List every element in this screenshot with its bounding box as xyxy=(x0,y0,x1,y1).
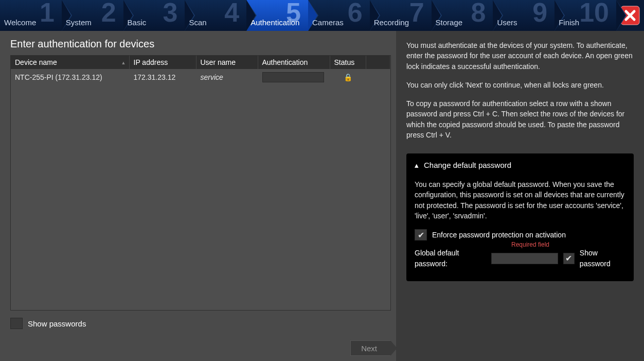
auth-password-input[interactable] xyxy=(262,72,324,82)
device-table: Device name▲ IP address User name Authen… xyxy=(10,55,391,311)
show-passwords-checkbox[interactable] xyxy=(10,318,23,329)
global-password-input[interactable] xyxy=(491,253,558,264)
col-ip[interactable]: IP address xyxy=(129,56,196,69)
chevron-up-icon: ▴ xyxy=(415,160,419,171)
sort-asc-icon: ▲ xyxy=(121,60,126,65)
help-text: You can only click 'Next' to continue, w… xyxy=(406,80,634,90)
cell-device: NTC-255-PI (172.31.23.12) xyxy=(11,69,129,85)
help-text: To copy a password for authentication se… xyxy=(406,98,634,140)
cell-ip: 172.31.23.12 xyxy=(129,69,196,85)
step-label: Authentication xyxy=(251,18,299,27)
panel-header[interactable]: ▴ Change default password xyxy=(415,160,625,171)
cell-user: service xyxy=(196,69,258,85)
step-label: Basic xyxy=(128,18,147,27)
required-field-label: Required field xyxy=(511,240,549,249)
cell-auth xyxy=(258,69,330,85)
step-label: Users xyxy=(497,18,517,27)
step-welcome[interactable]: 1Welcome xyxy=(0,0,62,31)
cell-status: 🔒 xyxy=(330,69,366,85)
step-label: Recording xyxy=(374,18,409,27)
global-password-label: Global default password: xyxy=(415,248,486,269)
change-password-panel: ▴ Change default password You can specif… xyxy=(406,153,634,281)
step-label: Storage xyxy=(436,18,463,27)
step-label: System xyxy=(66,18,92,27)
step-label: Welcome xyxy=(4,18,36,27)
panel-title: Change default password xyxy=(424,160,511,171)
col-auth[interactable]: Authentication xyxy=(258,56,330,69)
lock-icon: 🔒 xyxy=(344,73,352,81)
enforce-label: Enforce password protection on activatio… xyxy=(432,230,566,240)
help-panel: You must authenticate at the devices of … xyxy=(396,31,644,361)
wizard-steps: 1Welcome 2System 3Basic 4Scan 5Authentic… xyxy=(0,0,644,31)
page-title: Enter authentication for devices xyxy=(10,38,391,50)
col-user[interactable]: User name xyxy=(196,56,258,69)
step-label: Finish xyxy=(559,18,579,27)
show-password-checkbox[interactable] xyxy=(563,253,575,264)
enforce-checkbox[interactable] xyxy=(415,229,427,240)
col-device[interactable]: Device name▲ xyxy=(11,56,129,69)
table-row[interactable]: NTC-255-PI (172.31.23.12) 172.31.23.12 s… xyxy=(11,69,390,85)
main-panel: Enter authentication for devices Device … xyxy=(0,31,396,361)
help-text: You must authenticate at the devices of … xyxy=(406,40,634,72)
panel-desc: You can specify a global default passwor… xyxy=(415,179,625,221)
step-label: Scan xyxy=(189,18,206,27)
show-passwords-label: Show passwords xyxy=(28,319,86,328)
show-password-label: Show password xyxy=(580,248,625,269)
col-status[interactable]: Status xyxy=(330,56,366,69)
step-label: Cameras xyxy=(312,18,344,27)
next-button[interactable]: Next xyxy=(350,340,391,356)
